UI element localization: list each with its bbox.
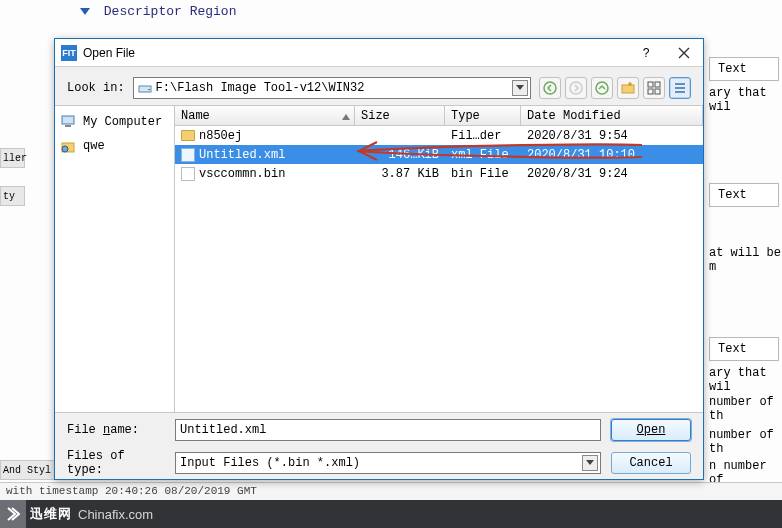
bg-field: Text bbox=[709, 183, 779, 207]
new-folder-button[interactable] bbox=[617, 77, 639, 99]
open-button[interactable]: Open bbox=[611, 419, 691, 441]
chevron-down-icon[interactable] bbox=[582, 455, 598, 471]
bg-field: Text bbox=[709, 337, 779, 361]
open-file-dialog: FIT Open File ? Look in: F:\Flash Image … bbox=[54, 38, 704, 480]
watermark-brand: 迅维网 bbox=[30, 505, 72, 523]
list-view-icon bbox=[647, 81, 661, 95]
forward-button[interactable] bbox=[565, 77, 587, 99]
file-type: Fil…der bbox=[445, 129, 521, 143]
file-icon bbox=[181, 167, 195, 181]
filter-combobox[interactable]: Input Files (*.bin *.xml) bbox=[175, 452, 601, 474]
dialog-title: Open File bbox=[83, 46, 135, 60]
file-type: xml File bbox=[445, 148, 521, 162]
filename-value: Untitled.xml bbox=[180, 423, 266, 437]
file-row[interactable]: n850ejFil…der2020/8/31 9:54 bbox=[175, 126, 703, 145]
chevron-down-icon[interactable] bbox=[512, 80, 528, 96]
back-button[interactable] bbox=[539, 77, 561, 99]
lookin-combobox[interactable]: F:\Flash Image Tool-v12\WIN32 bbox=[133, 77, 531, 99]
filename-input[interactable]: Untitled.xml bbox=[175, 419, 601, 441]
file-date: 2020/8/31 10:10 bbox=[521, 148, 703, 162]
details-view-button[interactable] bbox=[669, 77, 691, 99]
sidebar-item-computer[interactable]: My Computer bbox=[55, 110, 174, 134]
bg-field: Text bbox=[709, 57, 779, 81]
svg-rect-6 bbox=[648, 82, 653, 87]
bg-side-snippet: ty bbox=[0, 186, 25, 206]
sidebar-item-user[interactable]: qwe bbox=[55, 134, 174, 158]
svg-rect-8 bbox=[648, 89, 653, 94]
bg-desc: number of th bbox=[709, 428, 782, 456]
file-date: 2020/8/31 9:54 bbox=[521, 129, 703, 143]
svg-point-4 bbox=[596, 82, 608, 94]
up-icon bbox=[595, 81, 609, 95]
sort-asc-icon bbox=[342, 110, 350, 124]
column-headers[interactable]: Name Size Type Date Modified bbox=[175, 106, 703, 126]
status-bar: with timestamp 20:40:26 08/20/2019 GMT bbox=[0, 482, 782, 500]
file-date: 2020/8/31 9:24 bbox=[521, 167, 703, 181]
filter-label: Files of type: bbox=[67, 449, 165, 477]
bg-desc: number of th bbox=[709, 395, 782, 423]
file-size: 3.87 KiB bbox=[355, 167, 445, 181]
new-folder-icon bbox=[621, 81, 635, 95]
bg-section-header: Descriptor Region bbox=[80, 4, 236, 19]
file-list[interactable]: Name Size Type Date Modified n850ejFil…d… bbox=[175, 106, 703, 412]
app-icon: FIT bbox=[61, 45, 77, 61]
close-button[interactable] bbox=[665, 39, 703, 67]
col-date[interactable]: Date Modified bbox=[521, 106, 703, 125]
bg-side-snippet: ller bbox=[0, 148, 25, 168]
svg-rect-7 bbox=[655, 82, 660, 87]
back-icon bbox=[543, 81, 557, 95]
bg-desc: ary that wil bbox=[709, 366, 782, 394]
sidebar-item-label: My Computer bbox=[83, 115, 162, 129]
details-view-icon bbox=[673, 81, 687, 95]
filter-value: Input Files (*.bin *.xml) bbox=[180, 456, 360, 470]
svg-rect-5 bbox=[622, 85, 634, 93]
bg-desc: ary that wil bbox=[709, 86, 782, 114]
file-name: n850ej bbox=[199, 129, 242, 143]
file-row[interactable]: Untitled.xml146…KiBxml File2020/8/31 10:… bbox=[175, 145, 703, 164]
file-type: bin File bbox=[445, 167, 521, 181]
bg-desc: at will be m bbox=[709, 246, 782, 274]
collapse-triangle-icon[interactable] bbox=[80, 8, 90, 15]
file-name: vsccommn.bin bbox=[199, 167, 285, 181]
file-name: Untitled.xml bbox=[199, 148, 285, 162]
xml-icon bbox=[181, 148, 195, 162]
svg-rect-10 bbox=[62, 116, 74, 124]
col-type[interactable]: Type bbox=[445, 106, 521, 125]
watermark-domain: Chinafix.com bbox=[78, 507, 153, 522]
bg-side-snippet: And Styl bbox=[0, 460, 58, 480]
drive-icon bbox=[138, 81, 152, 95]
cancel-button[interactable]: Cancel bbox=[611, 452, 691, 474]
sidebar: My Computer qwe bbox=[55, 106, 175, 412]
list-view-button[interactable] bbox=[643, 77, 665, 99]
lookin-path: F:\Flash Image Tool-v12\WIN32 bbox=[156, 81, 365, 95]
user-icon bbox=[61, 138, 77, 154]
file-size: 146…KiB bbox=[355, 148, 445, 162]
computer-icon bbox=[61, 114, 77, 130]
title-bar[interactable]: FIT Open File ? bbox=[55, 39, 703, 67]
folder-icon bbox=[181, 130, 195, 141]
forward-icon bbox=[569, 81, 583, 95]
up-button[interactable] bbox=[591, 77, 613, 99]
chevron-right-icon bbox=[0, 500, 26, 528]
svg-rect-9 bbox=[655, 89, 660, 94]
help-button[interactable]: ? bbox=[627, 39, 665, 67]
svg-point-2 bbox=[544, 82, 556, 94]
file-row[interactable]: vsccommn.bin3.87 KiBbin File2020/8/31 9:… bbox=[175, 164, 703, 183]
svg-rect-11 bbox=[65, 125, 71, 127]
col-name[interactable]: Name bbox=[175, 106, 355, 125]
filename-label: File name: bbox=[67, 423, 165, 437]
bg-header-text: Descriptor Region bbox=[104, 4, 237, 19]
svg-point-13 bbox=[62, 146, 68, 152]
sidebar-item-label: qwe bbox=[83, 139, 105, 153]
svg-rect-1 bbox=[148, 89, 150, 90]
watermark-bar: 迅维网 Chinafix.com bbox=[0, 500, 782, 528]
col-size[interactable]: Size bbox=[355, 106, 445, 125]
lookin-label: Look in: bbox=[67, 81, 125, 95]
svg-point-3 bbox=[570, 82, 582, 94]
